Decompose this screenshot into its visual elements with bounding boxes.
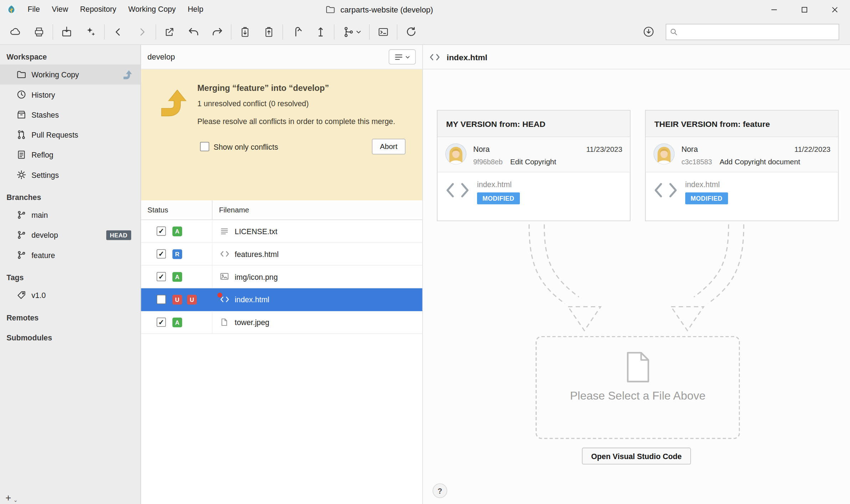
add-repo-button[interactable]: + — [5, 493, 11, 503]
menu-repository[interactable]: Repository — [74, 0, 122, 19]
menu-file[interactable]: File — [22, 0, 46, 19]
merge-icon[interactable] — [336, 21, 368, 43]
sidebar-item-history[interactable]: History — [0, 84, 140, 104]
row-checkbox[interactable] — [157, 249, 166, 258]
their-version-card[interactable]: THEIR VERSION from: feature — [645, 110, 839, 221]
view-options-button[interactable] — [389, 49, 416, 65]
commit-message: Add Copyright document — [720, 158, 800, 166]
download-icon[interactable] — [636, 21, 660, 43]
menu-view[interactable]: View — [46, 0, 74, 19]
commit-hash: c3c18583 — [681, 158, 712, 166]
maximize-button[interactable] — [789, 0, 820, 19]
printer-icon[interactable] — [27, 21, 51, 43]
sidebar-item-label: Stashes — [31, 110, 59, 119]
avatar — [445, 143, 467, 166]
sidebar-item-label: Pull Requests — [31, 130, 78, 139]
filename: img/icon.png — [235, 272, 278, 281]
branch-icon — [16, 250, 27, 260]
sidebar-tag-v1[interactable]: v1.0 — [0, 285, 140, 305]
sidebar-branch-main[interactable]: main — [0, 205, 140, 225]
conflict-dot — [217, 293, 222, 298]
back-icon[interactable] — [106, 21, 130, 43]
file-status-panel: develop Merging “feature” into “develop”… — [141, 45, 423, 504]
row-checkbox[interactable] — [157, 272, 166, 281]
tags-header: Tags — [0, 270, 140, 285]
show-only-conflicts-checkbox[interactable] — [200, 142, 209, 151]
my-version-heading: MY VERSION from: HEAD — [437, 110, 630, 137]
file-dropzone: Please Select a File Above — [536, 336, 740, 439]
row-checkbox[interactable] — [157, 318, 166, 327]
undo-icon[interactable] — [181, 21, 205, 43]
cloud-icon[interactable] — [3, 21, 27, 43]
column-status: Status — [141, 201, 212, 220]
their-version-file-row[interactable]: index.html MODIFIED — [646, 172, 838, 210]
document-icon — [625, 352, 650, 383]
status-badge: R — [172, 249, 182, 259]
pending-merge-icon — [121, 68, 133, 80]
pull-icon[interactable] — [285, 21, 308, 43]
workspace-header: Workspace — [0, 49, 140, 65]
detail-file-title: index.html — [447, 52, 487, 62]
table-row[interactable]: A tower.jpeg — [141, 311, 422, 334]
merge-arrow-icon — [154, 86, 189, 200]
close-button[interactable] — [820, 0, 850, 19]
table-row[interactable]: U U index.html — [141, 288, 422, 311]
commit-message: Edit Copyright — [510, 158, 556, 166]
my-version-card[interactable]: MY VERSION from: HEAD — [437, 110, 630, 221]
minimize-button[interactable] — [759, 0, 789, 19]
sidebar-item-pull-requests[interactable]: Pull Requests — [0, 125, 140, 145]
stash-save-icon[interactable] — [233, 21, 257, 43]
search-input[interactable] — [666, 24, 839, 40]
menu-help[interactable]: Help — [182, 0, 209, 19]
status-badge: A — [172, 317, 182, 327]
sidebar-branch-feature[interactable]: feature — [0, 245, 140, 265]
merge-conflict-notice: Merging “feature” into “develop” 1 unres… — [141, 70, 422, 201]
author-name: Nora — [473, 145, 490, 153]
commit-date: 11/23/2023 — [586, 145, 622, 153]
status-badge: U — [187, 294, 197, 304]
checkout-box-icon[interactable] — [55, 21, 79, 43]
terminal-icon[interactable] — [371, 21, 395, 43]
sidebar-branch-develop[interactable]: develop HEAD — [0, 225, 140, 245]
their-version-heading: THEIR VERSION from: feature — [646, 110, 838, 137]
help-button[interactable]: ? — [432, 483, 447, 498]
status-badge: A — [172, 272, 182, 281]
table-row[interactable]: A img/icon.png — [141, 266, 422, 288]
abort-button[interactable]: Abort — [372, 139, 405, 155]
table-row[interactable]: R features.html — [141, 243, 422, 266]
menu-working-copy[interactable]: Working Copy — [122, 0, 182, 19]
modified-badge: MODIFIED — [477, 192, 520, 204]
submodules-header: Submodules — [0, 330, 140, 345]
sidebar-item-stashes[interactable]: Stashes — [0, 104, 140, 124]
sparkles-icon[interactable] — [78, 21, 102, 43]
refresh-icon[interactable] — [399, 21, 423, 43]
stash-pop-icon[interactable] — [257, 21, 281, 43]
sidebar-item-label: Working Copy — [31, 70, 79, 79]
branches-header: Branches — [0, 190, 140, 205]
sidebar-item-settings[interactable]: Settings — [0, 165, 140, 185]
merge-funnel-arrows — [423, 221, 850, 338]
share-icon[interactable] — [158, 21, 181, 43]
status-badge: A — [172, 226, 182, 236]
branch-label: develop — [31, 231, 58, 239]
detail-header: index.html — [423, 45, 850, 69]
code-file-icon — [220, 250, 229, 258]
forward-icon[interactable] — [130, 21, 154, 43]
my-version-file-row[interactable]: index.html MODIFIED — [437, 172, 630, 210]
app-icon — [5, 4, 17, 15]
open-vscode-button[interactable]: Open Visual Studio Code — [582, 448, 691, 464]
file-table: Status Filename A L — [141, 201, 422, 504]
redo-icon[interactable] — [205, 21, 229, 43]
push-icon[interactable] — [308, 21, 332, 43]
avatar — [653, 143, 675, 166]
sidebar-item-working-copy[interactable]: Working Copy — [0, 65, 140, 84]
version-filename: index.html — [477, 180, 520, 189]
window-title: carparts-website (develop) — [325, 0, 433, 19]
sidebar-item-reflog[interactable]: Reflog — [0, 145, 140, 165]
branch-header: develop — [141, 45, 422, 69]
row-checkbox[interactable] — [157, 295, 166, 304]
chevron-down-icon[interactable]: ⌄ — [13, 497, 18, 503]
table-row[interactable]: A LICENSE.txt — [141, 220, 422, 243]
row-checkbox[interactable] — [157, 227, 166, 236]
filename: LICENSE.txt — [235, 227, 277, 235]
